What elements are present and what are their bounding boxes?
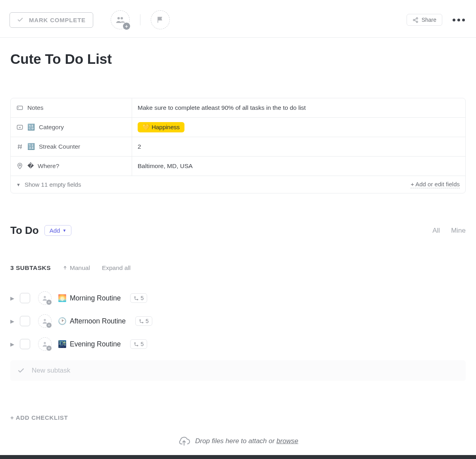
field-value-category[interactable]: 💛 Happiness [132, 118, 465, 137]
task-name[interactable]: 🌃Evening Routine [58, 340, 121, 348]
field-label-text: Streak Counter [39, 143, 80, 150]
svg-point-2 [416, 17, 418, 19]
field-label: 🔠 Category [11, 118, 132, 137]
browse-link[interactable]: browse [276, 437, 298, 445]
add-checklist-button[interactable]: + ADD CHECKLIST [10, 414, 466, 421]
share-button[interactable]: Share [407, 14, 442, 26]
subtask-count-badge[interactable]: 5 [135, 316, 152, 326]
plus-badge-icon: + [46, 300, 52, 305]
field-row-category: 🔠 Category 💛 Happiness [11, 118, 465, 137]
task-row[interactable]: ▶+🕑Afternoon Routine5 [10, 310, 466, 333]
show-empty-fields-button[interactable]: ▼ Show 11 empty fields [16, 181, 81, 188]
field-emoji: 🔢 [27, 143, 35, 150]
new-subtask-input[interactable] [32, 367, 459, 375]
task-emoji: 🌅 [58, 294, 67, 302]
task-name[interactable]: 🕑Afternoon Routine [58, 317, 126, 325]
svg-rect-7 [17, 106, 23, 110]
field-label: Notes [11, 98, 132, 117]
divider [140, 14, 140, 25]
field-label: � Where? [11, 157, 132, 176]
dropdown-field-icon [16, 124, 23, 131]
filter-toggle: All Mine [432, 227, 466, 235]
svg-line-13 [21, 144, 21, 149]
filter-all[interactable]: All [432, 227, 440, 235]
task-checkbox[interactable] [20, 339, 30, 349]
cloud-upload-icon [178, 436, 190, 446]
field-value-where[interactable]: Baltimore, MD, USA [132, 157, 465, 176]
people-icon [115, 16, 125, 24]
plus-badge-icon: + [46, 323, 52, 328]
assignee-button[interactable]: + [38, 291, 52, 305]
chevron-down-icon: ▼ [62, 228, 66, 233]
subtask-tree-icon [139, 319, 144, 324]
field-label-text: Where? [38, 163, 59, 170]
svg-line-12 [18, 144, 19, 149]
chevron-right-icon[interactable]: ▶ [10, 318, 15, 324]
task-emoji: 🕑 [58, 317, 67, 325]
fields-footer: ▼ Show 11 empty fields + Add or edit fie… [11, 176, 465, 193]
svg-line-5 [415, 19, 416, 20]
new-subtask-row[interactable] [10, 360, 466, 381]
svg-point-3 [413, 19, 415, 21]
svg-point-23 [135, 342, 136, 343]
subtask-count-badge[interactable]: 5 [130, 339, 147, 349]
add-label: Add [50, 227, 60, 234]
dot-icon [462, 19, 465, 21]
count-text: 5 [146, 318, 149, 324]
subtask-count-badge[interactable]: 5 [130, 293, 147, 303]
svg-point-22 [44, 342, 46, 344]
set-priority-button[interactable] [151, 10, 170, 29]
todo-section-title: To Do [10, 224, 39, 237]
location-field-icon [16, 163, 23, 170]
attachment-dropzone[interactable]: Drop files here to attach or browse [10, 429, 466, 455]
check-icon [17, 17, 23, 23]
field-value-notes[interactable]: Make sure to complete atleast 90% of all… [132, 98, 465, 117]
subtask-tree-icon [134, 296, 139, 301]
filter-mine[interactable]: Mine [451, 227, 466, 235]
more-menu-button[interactable] [450, 16, 467, 24]
sort-manual-button[interactable]: Manual [63, 264, 90, 272]
category-tag: 💛 Happiness [138, 122, 184, 132]
task-checkbox[interactable] [20, 316, 30, 326]
subtask-count: 3 SUBTASKS [10, 264, 51, 272]
assignee-button[interactable]: + [38, 337, 52, 351]
svg-point-0 [117, 17, 120, 19]
plus-badge-icon: + [123, 23, 130, 30]
number-field-icon [16, 143, 23, 150]
task-row[interactable]: ▶+🌃Evening Routine5 [10, 333, 466, 356]
task-name-text: Afternoon Routine [70, 317, 126, 325]
add-assignee-button[interactable]: + [111, 10, 130, 29]
task-checkbox[interactable] [20, 293, 30, 303]
task-list: ▶+🌅Morning Routine5▶+🕑Afternoon Routine5… [10, 287, 466, 356]
svg-point-20 [140, 319, 140, 320]
text-field-icon [16, 104, 23, 111]
task-emoji: 🌃 [58, 340, 67, 348]
add-subtask-button[interactable]: Add ▼ [44, 225, 72, 236]
expand-all-button[interactable]: Expand all [102, 264, 131, 272]
svg-point-19 [44, 319, 46, 321]
field-label: 🔢 Streak Counter [11, 137, 132, 156]
add-edit-fields-button[interactable]: + Add or edit fields [411, 181, 460, 188]
svg-point-4 [416, 21, 418, 23]
svg-point-24 [137, 345, 138, 346]
count-text: 5 [140, 295, 144, 301]
field-value-streak[interactable]: 2 [132, 137, 465, 156]
field-label-text: Category [39, 124, 64, 131]
check-icon [17, 367, 25, 374]
task-row[interactable]: ▶+🌅Morning Routine5 [10, 287, 466, 310]
svg-point-21 [142, 322, 143, 323]
chevron-right-icon[interactable]: ▶ [10, 295, 15, 301]
subtask-tree-icon [134, 342, 139, 347]
chevron-right-icon[interactable]: ▶ [10, 341, 15, 347]
svg-line-6 [415, 20, 416, 21]
plus-badge-icon: + [46, 346, 52, 351]
mark-complete-button[interactable]: MARK COMPLETE [10, 12, 93, 28]
page-title[interactable]: Cute To Do List [10, 51, 466, 67]
field-row-where: � Where? Baltimore, MD, USA [11, 157, 465, 176]
field-emoji: � [27, 163, 34, 170]
assignee-button[interactable]: + [38, 314, 52, 328]
task-name-text: Morning Routine [70, 294, 121, 302]
task-name[interactable]: 🌅Morning Routine [58, 294, 121, 302]
dropzone-text: Drop files here to attach or browse [195, 437, 298, 445]
arrow-up-icon [63, 266, 67, 270]
